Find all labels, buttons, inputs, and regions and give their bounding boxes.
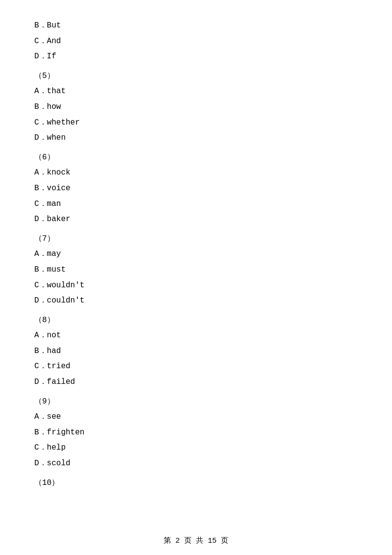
option-c-help: C．help [34,442,358,454]
question-8: （8） [34,314,358,327]
question-6: （6） [34,151,358,164]
option-c-wouldnt: C．wouldn't [34,279,358,292]
option-d-couldnt: D．couldn't [34,295,358,307]
question-7: （7） [34,233,358,246]
option-c-whether: C．whether [34,117,358,129]
option-d-failed: D．failed [34,376,358,389]
option-a-that: A．that [34,85,358,98]
option-a-not: A．not [34,329,358,342]
option-b-frighten: B．frighten [34,427,358,439]
option-a-see: A．see [34,411,358,424]
option-c-tried: C．tried [34,360,358,373]
option-b-must: B．must [34,264,358,277]
option-b-how: B．how [34,101,358,114]
page-footer: 第 2 页 共 15 页 [0,536,392,545]
option-d-scold: D．scold [34,457,358,470]
option-d-baker: D．baker [34,213,358,226]
option-c-man: C．man [34,198,358,211]
question-9: （9） [34,396,358,408]
option-b-voice: B．voice [34,182,358,195]
page-content: B．But C．And D．If （5） A．that B．how C．whet… [0,0,392,522]
option-a-knock: A．knock [34,167,358,179]
question-5: （5） [34,70,358,83]
option-b-had: B．had [34,345,358,358]
option-a-may: A．may [34,248,358,261]
question-10: （10） [34,477,358,490]
option-b-but: B．But [34,20,358,32]
option-d-if: D．If [34,50,358,63]
option-d-when: D．when [34,132,358,145]
option-c-and: C．And [34,35,358,48]
